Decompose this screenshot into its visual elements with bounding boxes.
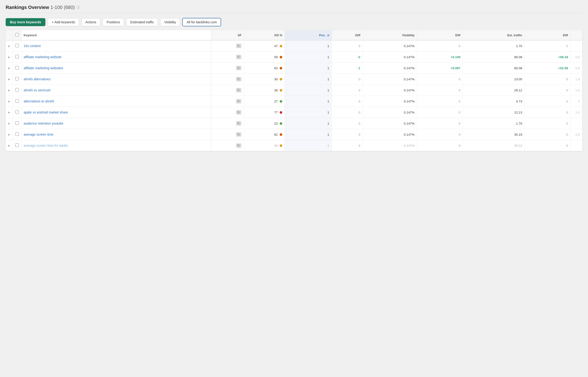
row-sf-cell xyxy=(211,40,244,52)
vis-diff-value: 0 xyxy=(459,44,461,48)
row-est-traffic-cell: 12.13 xyxy=(463,107,525,118)
row-checkbox[interactable] xyxy=(15,99,19,103)
expand-button[interactable]: ▶ xyxy=(7,88,11,92)
toolbar: Buy more keywords + Add keywords Actions… xyxy=(6,18,582,26)
all-for-button[interactable]: All for backlinko.com xyxy=(182,18,221,26)
row-pos-cell: 1 xyxy=(285,40,332,52)
row-checkbox[interactable] xyxy=(15,66,19,70)
keyword-link[interactable]: apple vs android market share xyxy=(24,110,68,114)
row-est-traffic-cell: 29.12 xyxy=(463,140,525,151)
row-est-traffic-cell: 80.08 xyxy=(463,52,525,63)
row-checkbox[interactable] xyxy=(15,55,19,59)
estimated-traffic-button[interactable]: Estimated traffic xyxy=(126,18,158,26)
row-checkbox[interactable] xyxy=(15,77,19,81)
row-kd-cell: 23 xyxy=(244,118,285,129)
row-vis-diff-cell: 0 xyxy=(417,40,463,52)
table-row: ▶audience retention youtube 23 100.147%0… xyxy=(6,118,582,129)
row-checkbox[interactable] xyxy=(15,121,19,125)
expand-button[interactable]: ▶ xyxy=(7,66,11,70)
expand-button[interactable]: ▶ xyxy=(7,44,11,48)
col-header-est-traffic: Est. traffic xyxy=(463,30,525,40)
row-checkbox[interactable] xyxy=(15,143,19,147)
row-visibility-cell: 0.147% xyxy=(363,74,417,85)
keyword-link[interactable]: affiliate marketing website xyxy=(24,55,62,59)
col-header-pos[interactable]: Pos. ☰ xyxy=(285,30,332,40)
visibility-button[interactable]: Visibility xyxy=(160,18,180,26)
expand-button[interactable]: ▶ xyxy=(7,121,11,126)
row-expand-cell: ▶ xyxy=(6,85,13,96)
expand-button[interactable]: ▶ xyxy=(7,77,11,81)
est-diff-value: 0 xyxy=(566,122,568,125)
row-keyword-cell: ahrefs vs semrush xyxy=(21,85,211,96)
pos-diff-value: 0 xyxy=(359,111,361,114)
row-expand-cell: ▶ xyxy=(6,118,13,129)
row-pos-diff-cell: 0 xyxy=(332,40,363,52)
row-checkbox[interactable] xyxy=(15,44,19,47)
vis-diff-value: 0 xyxy=(459,111,461,114)
pos-diff-value: ↑1 xyxy=(357,66,360,70)
keyword-link[interactable]: ahrefs alternatives xyxy=(24,77,51,81)
rankings-table-wrapper: Keyword SF KD % Pos. ☰ Diff Visibility D… xyxy=(6,30,582,151)
table-row: ▶alternatives to ahrefs 27 100.147%04.73… xyxy=(6,96,582,107)
actions-button[interactable]: Actions xyxy=(81,18,100,26)
keyword-link[interactable]: affiliate marketing websites xyxy=(24,66,63,70)
row-kd-cell: 58 xyxy=(244,140,285,151)
row-vis-diff-cell: +0.097 xyxy=(417,63,463,74)
row-checkbox[interactable] xyxy=(15,132,19,136)
row-extra-cell: 2,9 xyxy=(571,129,582,140)
row-checkbox[interactable] xyxy=(15,88,19,92)
row-keyword-cell: affiliate marketing website xyxy=(21,52,211,63)
row-est-traffic-cell: 1.70 xyxy=(463,118,525,129)
info-icon[interactable]: ⓘ xyxy=(77,5,80,10)
est-diff-value: +59.18 xyxy=(558,55,568,59)
keyword-link[interactable]: audience retention youtube xyxy=(24,121,64,125)
row-kd-cell: 36 xyxy=(244,85,285,96)
row-visibility-cell: 0.147% xyxy=(363,129,417,140)
row-est-traffic-cell: 23.05 xyxy=(463,74,525,85)
expand-button[interactable]: ▶ xyxy=(7,133,11,137)
table-header-row: Keyword SF KD % Pos. ☰ Diff Visibility D… xyxy=(6,30,582,40)
row-keyword-cell: 10x content xyxy=(21,40,211,52)
row-extra-cell: 6,6 xyxy=(571,63,582,74)
keyword-link[interactable]: alternatives to ahrefs xyxy=(24,99,54,103)
row-sf-cell xyxy=(211,107,244,118)
expand-button[interactable]: ▶ xyxy=(7,110,11,114)
row-vis-diff-cell: 0 xyxy=(417,85,463,96)
est-diff-value: 0 xyxy=(566,89,568,92)
row-vis-diff-cell: 0 xyxy=(417,118,463,129)
add-keywords-button[interactable]: + Add keywords xyxy=(48,18,79,26)
row-visibility-cell: 0.147% xyxy=(363,40,417,52)
row-vis-diff-cell: +0.109 xyxy=(417,52,463,63)
keyword-link[interactable]: average screen time xyxy=(24,133,54,136)
keyword-link[interactable]: average screen time for adults xyxy=(24,144,68,147)
row-checkbox[interactable] xyxy=(15,110,19,114)
page-title-range: 1-100 (680) xyxy=(51,5,75,10)
keyword-link[interactable]: 10x content xyxy=(24,44,41,48)
select-all-checkbox[interactable] xyxy=(15,33,19,36)
row-keyword-cell: audience retention youtube xyxy=(21,118,211,129)
row-est-diff-cell: 0 xyxy=(525,40,571,52)
row-keyword-cell: affiliate marketing websites xyxy=(21,63,211,74)
row-pos-diff-cell: 0 xyxy=(332,140,363,151)
row-sf-cell xyxy=(211,74,244,85)
expand-button[interactable]: ▶ xyxy=(7,144,11,148)
keyword-link[interactable]: ahrefs vs semrush xyxy=(24,88,51,92)
table-row: ▶ahrefs vs semrush 36 100.147%029.1202,4 xyxy=(6,85,582,96)
row-sf-cell xyxy=(211,129,244,140)
positions-button[interactable]: Positions xyxy=(102,18,124,26)
buy-keywords-button[interactable]: Buy more keywords xyxy=(6,18,45,26)
row-sf-cell xyxy=(211,63,244,74)
pos-diff-value: 0 xyxy=(359,133,361,136)
row-pos-diff-cell: ↑1 xyxy=(332,63,363,74)
row-pos-diff-cell: ↑2 xyxy=(332,52,363,63)
row-est-diff-cell: +52.58 xyxy=(525,63,571,74)
expand-button[interactable]: ▶ xyxy=(7,55,11,59)
row-keyword-cell: average screen time for adults xyxy=(21,140,211,151)
sf-icon xyxy=(236,88,242,93)
kd-dot xyxy=(280,100,282,103)
row-vis-diff-cell: 0 xyxy=(417,107,463,118)
expand-button[interactable]: ▶ xyxy=(7,99,11,103)
vis-diff-value: 0 xyxy=(459,122,461,125)
kd-dot xyxy=(280,111,282,114)
row-kd-cell: 47 xyxy=(244,40,285,52)
